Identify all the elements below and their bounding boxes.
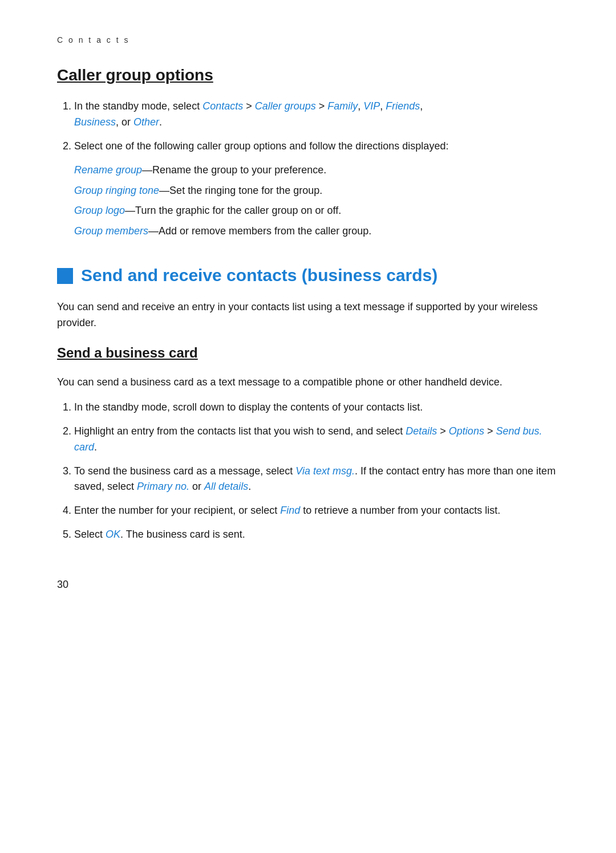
def-group-ringing-tone: Group ringing tone—Set the ringing tone … bbox=[74, 183, 559, 199]
subsection-step4: Enter the number for your recipient, or … bbox=[74, 503, 559, 519]
link-vip: VIP bbox=[363, 100, 380, 112]
subsection-step2: Highlight an entry from the contacts lis… bbox=[74, 424, 559, 456]
subsection-step3: To send the business card as a message, … bbox=[74, 464, 559, 495]
link-group-ringing-tone: Group ringing tone bbox=[74, 185, 159, 196]
subsection-step5: Select OK. The business card is sent. bbox=[74, 527, 559, 543]
page-number: 30 bbox=[57, 577, 559, 592]
def-group-logo: Group logo—Turn the graphic for the call… bbox=[74, 203, 559, 219]
section1-title: Caller group options bbox=[57, 63, 559, 87]
section1-step2: Select one of the following caller group… bbox=[74, 139, 559, 239]
link-business: Business bbox=[74, 116, 116, 128]
link-details: Details bbox=[406, 425, 437, 437]
breadcrumb: C o n t a c t s bbox=[57, 34, 559, 46]
link-find: Find bbox=[280, 505, 300, 516]
link-caller-groups: Caller groups bbox=[255, 100, 316, 112]
subsection-title: Send a business card bbox=[57, 343, 559, 363]
definitions-block: Rename group—Rename the group to your pr… bbox=[74, 163, 559, 240]
link-other: Other bbox=[133, 116, 159, 128]
section2-title: Send and receive contacts (business card… bbox=[81, 262, 437, 288]
link-contacts: Contacts bbox=[202, 100, 243, 112]
link-family: Family bbox=[327, 100, 358, 112]
link-group-members: Group members bbox=[74, 225, 148, 237]
link-friends: Friends bbox=[386, 100, 420, 112]
link-via-text-msg: Via text msg. bbox=[295, 465, 355, 477]
blue-square-icon bbox=[57, 268, 73, 284]
section2-title-container: Send and receive contacts (business card… bbox=[57, 262, 559, 288]
section1-step1: In the standby mode, select Contacts > C… bbox=[74, 99, 559, 131]
link-all-details: All details bbox=[204, 481, 248, 492]
subsection-step1: In the standby mode, scroll down to disp… bbox=[74, 400, 559, 416]
section1-steps: In the standby mode, select Contacts > C… bbox=[57, 99, 559, 239]
link-options: Options bbox=[449, 425, 484, 437]
def-rename-group: Rename group—Rename the group to your pr… bbox=[74, 163, 559, 178]
link-ok: OK bbox=[106, 529, 120, 540]
link-primary-no: Primary no. bbox=[137, 481, 189, 492]
subsection-intro: You can send a business card as a text m… bbox=[57, 375, 559, 391]
def-group-members: Group members—Add or remove members from… bbox=[74, 224, 559, 239]
link-group-logo: Group logo bbox=[74, 205, 125, 216]
section2-intro: You can send and receive an entry in you… bbox=[57, 299, 559, 331]
link-rename-group: Rename group bbox=[74, 164, 142, 176]
subsection-steps: In the standby mode, scroll down to disp… bbox=[57, 400, 559, 543]
